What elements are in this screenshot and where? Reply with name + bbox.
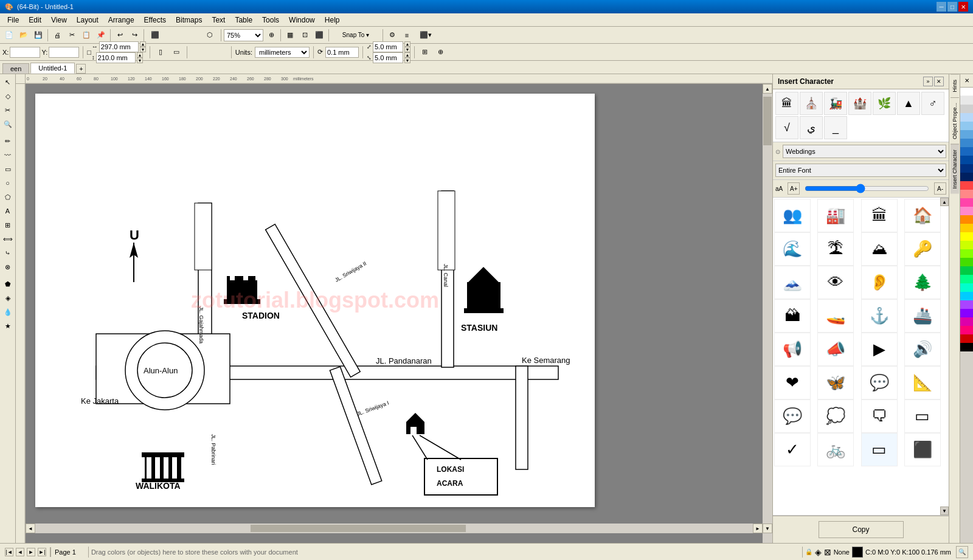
color-cyan1[interactable] (960, 283, 973, 292)
char-item-26[interactable]: 💭 (817, 399, 854, 433)
height-input[interactable] (96, 52, 136, 63)
canvas-area[interactable]: 0 20 40 60 80 100 120 140 160 180 200 22… (16, 74, 772, 543)
zoom-tool[interactable]: 🔍 (1, 117, 15, 131)
char-item-1[interactable]: 👥 (774, 199, 811, 232)
menu-table[interactable]: Table (230, 15, 257, 26)
color-yellow3[interactable] (960, 241, 973, 249)
color-blue5[interactable] (960, 164, 973, 173)
preview-char-2[interactable]: ⛪ (800, 92, 823, 115)
color-green1[interactable] (960, 249, 973, 258)
color-blue6[interactable] (960, 173, 973, 181)
char-item-10[interactable]: 👁 (817, 266, 854, 299)
object-properties-tab[interactable]: Object Prope... (950, 97, 959, 144)
char-item-17[interactable]: 📢 (774, 333, 811, 366)
menu-tools[interactable]: Tools (257, 15, 284, 26)
hscroll-thumb[interactable] (251, 525, 466, 532)
color-blue2[interactable] (960, 139, 973, 147)
hscroll-track[interactable] (35, 524, 753, 533)
special1[interactable]: ⬡ (201, 29, 218, 42)
zoom-fit[interactable]: ⊕ (265, 29, 278, 42)
y-input[interactable] (49, 47, 79, 58)
tab-add-button[interactable]: + (76, 64, 86, 74)
scroll-down[interactable]: ▼ (763, 524, 772, 533)
char-item-12[interactable]: 🌲 (904, 266, 941, 299)
char-item-16[interactable]: 🚢 (904, 299, 941, 333)
width-input[interactable] (99, 41, 139, 52)
color-lightgray1[interactable] (960, 96, 973, 105)
char-item-11[interactable]: 👂 (861, 266, 898, 299)
portrait-btn[interactable]: ▯ (154, 46, 167, 59)
color-green2[interactable] (960, 258, 973, 266)
tab-een[interactable]: een (2, 63, 29, 74)
color-red1[interactable] (960, 181, 973, 190)
char-item-14[interactable]: 🚤 (817, 299, 854, 333)
char-item-23[interactable]: 💬 (861, 366, 898, 399)
char-item-15[interactable]: ⚓ (861, 299, 898, 333)
hints-tab[interactable]: Hints (950, 74, 959, 97)
color-yellow2[interactable] (960, 232, 973, 241)
char-item-30[interactable]: 🚲 (817, 433, 854, 466)
minimize-button[interactable]: ─ (937, 2, 946, 12)
crop-tool[interactable]: ✂ (1, 103, 15, 117)
import-button[interactable]: ⬛ (147, 29, 164, 42)
dup-x-up[interactable]: ▲ (404, 41, 410, 47)
char-item-29[interactable]: ✓ (774, 433, 811, 466)
connector-tool[interactable]: ⤷ (1, 246, 15, 260)
interactive-tool[interactable]: ★ (1, 319, 15, 333)
color-red2[interactable] (960, 190, 973, 198)
paste-button[interactable]: 📌 (94, 29, 108, 42)
x-input[interactable] (10, 47, 40, 58)
color-pink3[interactable] (960, 326, 973, 334)
view-mode1[interactable]: ▦ (283, 29, 297, 42)
color-pink2[interactable] (960, 207, 973, 215)
preview-char-7[interactable]: ♂ (921, 92, 944, 115)
width-down[interactable]: ▼ (140, 47, 146, 52)
view-mode3[interactable]: ⬛ (313, 29, 326, 42)
zoom-out-char[interactable]: A- (934, 182, 946, 195)
page-prev[interactable]: ◄ (16, 548, 24, 556)
color-blue4[interactable] (960, 156, 973, 164)
page-layout1[interactable] (191, 46, 208, 59)
preview-char-8[interactable]: √ (775, 116, 798, 139)
menu-effects[interactable]: Effects (139, 15, 171, 26)
menu-view[interactable]: View (46, 15, 72, 26)
ellipse-tool[interactable]: ○ (1, 176, 15, 190)
insert-character-tab[interactable]: Insert Character (950, 144, 959, 194)
char-item-27[interactable]: 🗨 (861, 399, 898, 433)
preview-char-1[interactable]: 🏛 (775, 92, 798, 115)
landscape-btn[interactable]: ▭ (170, 46, 183, 59)
char-item-13[interactable]: 🏔 (774, 299, 811, 333)
vscroll-track[interactable] (763, 94, 772, 524)
hscrollbar[interactable]: ◄ ► (26, 524, 763, 533)
open-button[interactable]: 📂 (17, 29, 30, 42)
zoom-select[interactable]: 75% 50% 100% 150% 200% (224, 29, 263, 41)
vscroll-thumb[interactable] (763, 97, 772, 145)
scroll-right[interactable]: ► (753, 524, 763, 533)
rectangle-tool[interactable]: ▭ (1, 162, 15, 176)
char-item-8[interactable]: 🔑 (904, 232, 941, 266)
height-up[interactable]: ▲ (137, 52, 143, 58)
menu-window[interactable]: Window (284, 15, 320, 26)
dup-y-up[interactable]: ▲ (404, 52, 410, 58)
copy-button[interactable]: 📋 (80, 29, 93, 42)
char-item-20[interactable]: 🔊 (904, 333, 941, 366)
char-item-28[interactable]: ▭ (904, 399, 941, 433)
color-black[interactable] (960, 343, 973, 351)
freehand-tool[interactable]: ✏ (1, 134, 15, 148)
select-tool[interactable]: ↖ (1, 75, 15, 89)
vscrollbar[interactable]: ▲ ▼ (763, 84, 772, 533)
view-mode2[interactable]: ⊡ (298, 29, 311, 42)
redo-button[interactable]: ↪ (128, 29, 141, 42)
color-cyan2[interactable] (960, 292, 973, 300)
char-item-19[interactable]: ▶ (861, 333, 898, 366)
color-purple1[interactable] (960, 300, 973, 309)
char-item-18[interactable]: 📣 (817, 333, 854, 366)
height-down[interactable]: ▼ (137, 58, 143, 63)
preview-char-6[interactable]: ▲ (897, 92, 920, 115)
dup-y-input[interactable] (373, 52, 403, 63)
menu-text[interactable]: Text (207, 15, 230, 26)
zoom-fit-page[interactable]: 🔍 (956, 546, 968, 558)
copy-button[interactable]: Copy (819, 521, 904, 538)
char-item-3[interactable]: 🏛 (861, 199, 898, 232)
dup-x-down[interactable]: ▼ (404, 47, 410, 52)
